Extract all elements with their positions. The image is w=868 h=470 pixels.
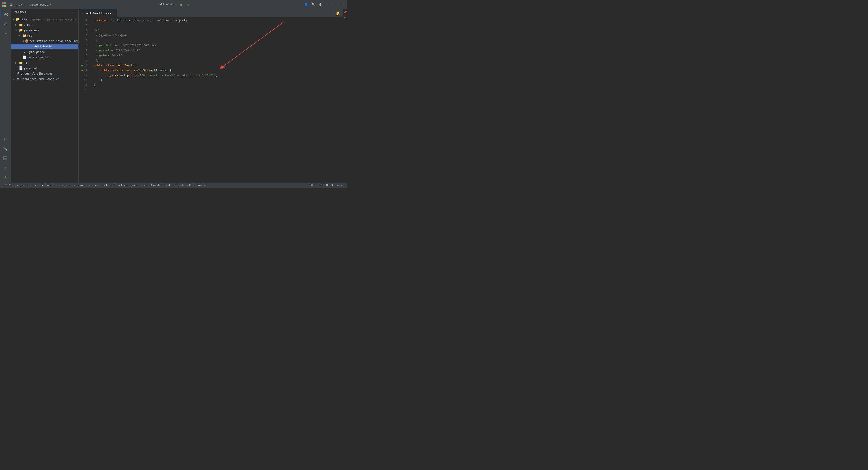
sidebar-item-project[interactable]: [1, 10, 10, 19]
breadcrumb-projects[interactable]: projects: [16, 184, 29, 187]
svg-rect-4: [4, 13, 5, 14]
line-num-11: ▶ 11: [79, 68, 87, 73]
iml-icon2: 📄: [19, 66, 23, 70]
vcs-menu[interactable]: Version control ▼: [28, 2, 53, 7]
code-editor[interactable]: package net.ittimeline.java.core.foundat…: [90, 17, 339, 182]
titlebar: ☰ java ▼ Version control ▼ HelloWorld ▼ …: [0, 0, 347, 9]
sidebar-tree: ▼ 📁 java D:\projects\java\ittimeline\jav…: [11, 16, 79, 182]
code-line-15: [94, 88, 336, 93]
gutter-checkmark: ✓: [339, 17, 343, 22]
breadcrumb-foundational[interactable]: foundational: [151, 184, 170, 187]
git-branch-icon: ⎇: [3, 184, 6, 187]
sidebar-item-search[interactable]: [1, 20, 10, 29]
tab-actions: ⋯ 🔔: [329, 10, 343, 16]
run-gutter-10[interactable]: ▶: [81, 63, 83, 68]
project-menu-label: java: [17, 3, 22, 6]
sidebar-item-extra[interactable]: ⋯: [1, 29, 10, 38]
breadcrumb-java3[interactable]: java: [131, 184, 137, 187]
layout-icon[interactable]: [1, 153, 10, 163]
gitignore-label: .gitignore: [27, 50, 45, 54]
app-logo: [2, 2, 6, 7]
tree-item-idea[interactable]: ▶ 📁 .idea: [11, 22, 79, 27]
more-options-button[interactable]: ⋯: [192, 2, 198, 7]
sidebar-title: Project: [14, 11, 26, 14]
ext-libs-label: External Libraries: [21, 72, 53, 75]
tab-java-icon: ☕: [81, 11, 83, 15]
src-label: src: [27, 34, 32, 37]
breadcrumb-java2[interactable]: ☕ java: [61, 184, 70, 187]
git-status[interactable]: ⎇: [2, 184, 7, 187]
tree-item-out[interactable]: ▶ 📁 out: [11, 60, 79, 65]
bookmark-icon: ☆: [186, 3, 189, 6]
run-configurations-icon[interactable]: ▷: [1, 135, 10, 144]
out-label: out: [24, 61, 29, 64]
crlf-status[interactable]: CRLF: [309, 184, 317, 187]
tab-helloworld[interactable]: ☕ HelloWorld.java ✕: [79, 9, 117, 17]
breadcrumb-d[interactable]: D:: [8, 184, 12, 187]
line-num-4: 4: [79, 33, 87, 38]
tree-item-ext-libs[interactable]: ▶ 🗄 External Libraries: [11, 71, 79, 76]
breadcrumb-net[interactable]: net: [103, 184, 107, 187]
ellipsis-icon: ⋯: [193, 3, 197, 6]
line-numbers: 1 2 3 4 5 6 7 8 9 ▶ 10 ▶ 11: [79, 17, 90, 182]
minimize-button[interactable]: ─: [324, 2, 331, 7]
breadcrumb-ittimeline[interactable]: ittimeline: [42, 184, 58, 187]
tab-close-button[interactable]: ✕: [112, 12, 114, 15]
svg-point-7: [4, 23, 6, 25]
breadcrumb-java[interactable]: java: [32, 184, 38, 187]
library-icon: 🗄: [16, 72, 20, 75]
java-core-iml-label: java-core.iml: [27, 56, 50, 59]
breadcrumb-src[interactable]: src: [94, 184, 99, 187]
svg-rect-3: [4, 5, 6, 6]
breadcrumb-helloworld[interactable]: ☕ HelloWorld: [187, 184, 206, 187]
folder-icon-src: 📁: [23, 34, 26, 37]
java-file-icon: ☕: [30, 45, 33, 48]
breadcrumb-ittimeline2[interactable]: ittimeline: [111, 184, 127, 187]
settings-button[interactable]: ⚙: [318, 2, 323, 7]
tree-item-scratches[interactable]: ▶ ≡ Scratches and Consoles: [11, 76, 79, 82]
tree-item-java-core-iml[interactable]: 📄 java-core.iml: [11, 55, 79, 60]
tree-item-src[interactable]: ▼ 📁 src: [11, 33, 79, 38]
line-num-14: 14: [79, 83, 87, 88]
run-button[interactable]: ▶: [179, 2, 184, 8]
tree-item-helloworld[interactable]: ☕ HelloWorld: [11, 43, 79, 49]
problems-icon[interactable]: ⚠: [1, 163, 10, 172]
code-line-12: System.out.println("Windows11 & Java17 &…: [94, 73, 336, 78]
run-config-selector[interactable]: HelloWorld ▼: [158, 2, 178, 7]
tree-item-java-root[interactable]: ▼ 📁 java D:\projects\java\ittimeline\jav…: [11, 17, 79, 22]
code-line-11: public static void main(String[] args) {: [94, 68, 336, 73]
tree-item-gitignore[interactable]: ⊘ .gitignore: [11, 49, 79, 55]
tab-more-button[interactable]: ⋯: [329, 10, 334, 16]
net-pkg-label: net.ittimeline.java.core.foundational.ob…: [29, 39, 79, 43]
close-button[interactable]: ✕: [339, 2, 345, 7]
project-menu[interactable]: java ▼: [16, 2, 26, 7]
folder-icon: 📁: [16, 18, 19, 21]
tree-item-net-pkg[interactable]: ▼ 📦 net.ittimeline.java.core.foundationa…: [11, 38, 79, 43]
chevron-down-icon: ▼: [23, 3, 25, 6]
svg-rect-11: [6, 158, 7, 160]
activity-top: ⋯: [1, 10, 10, 38]
breadcrumb-java-core[interactable]: ☕ java-core: [74, 184, 91, 187]
maximize-button[interactable]: □: [332, 2, 338, 7]
tree-item-java-iml[interactable]: 📄 java.iml: [11, 65, 79, 71]
main-area: ⋯ ▷ 🔧 ⚠ ⊕: [0, 9, 347, 182]
search-button[interactable]: 🔍: [310, 2, 317, 7]
notifications-button[interactable]: 🔔: [334, 10, 341, 16]
run-gutter-11[interactable]: ▶: [81, 68, 83, 73]
status-right: CRLF UTF-8 4 spaces: [309, 184, 345, 187]
pin-icon[interactable]: 📌: [343, 10, 347, 14]
breadcrumb-core[interactable]: core: [141, 184, 147, 187]
bookmark-button[interactable]: ☆: [185, 2, 191, 7]
tools-icon[interactable]: 🔧: [1, 144, 10, 153]
gear-icon: ⚙: [319, 3, 322, 6]
encoding-status[interactable]: UTF-8: [319, 184, 329, 187]
services-icon[interactable]: ⊕: [1, 173, 10, 182]
hamburger-menu[interactable]: ☰: [8, 2, 13, 7]
breadcrumb-object[interactable]: object: [174, 184, 184, 187]
database-icon[interactable]: 🗄: [343, 16, 347, 20]
account-button[interactable]: 👤: [303, 2, 309, 7]
indent-status[interactable]: 4 spaces: [331, 184, 345, 187]
tree-item-java-core[interactable]: ▼ 📁 java-core: [11, 27, 79, 33]
run-icon: ▶: [180, 2, 183, 7]
line-num-15: 15: [79, 88, 87, 93]
